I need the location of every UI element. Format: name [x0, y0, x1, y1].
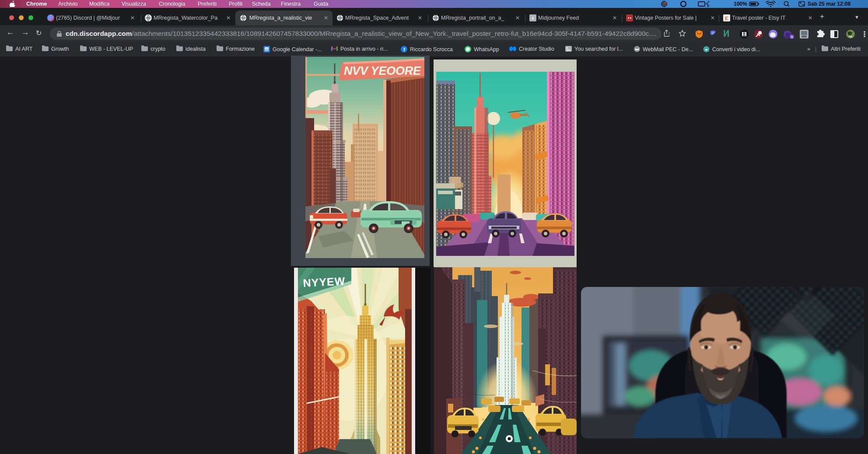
svg-text:31: 31: [265, 48, 269, 51]
svg-text:f: f: [403, 47, 405, 52]
svg-text:MW: MW: [802, 35, 807, 38]
svg-text:NYYEW: NYYEW: [303, 275, 346, 289]
svg-text:5: 5: [791, 35, 793, 39]
svg-text:NVV YEOORE: NVV YEOORE: [344, 64, 421, 77]
svg-text:E: E: [725, 15, 728, 21]
